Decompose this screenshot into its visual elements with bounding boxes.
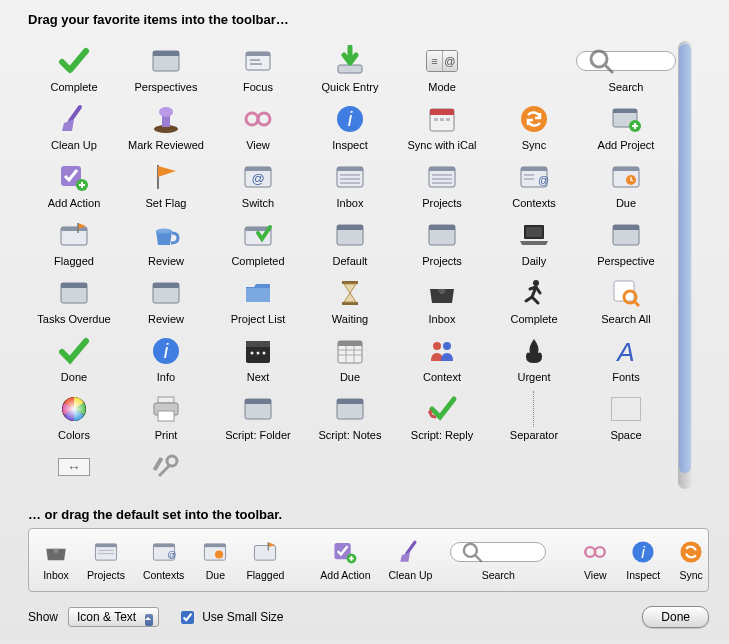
vertical-scrollbar[interactable] xyxy=(678,41,692,489)
svg-rect-35 xyxy=(429,167,455,171)
svg-point-72 xyxy=(257,352,260,355)
item-done[interactable]: Done xyxy=(28,335,120,383)
stamp-icon xyxy=(150,103,182,135)
item-search[interactable]: Search xyxy=(580,45,672,93)
item-inbox-2[interactable]: Inbox xyxy=(396,277,488,325)
item-switch[interactable]: @ Switch xyxy=(212,161,304,209)
item-complete[interactable]: Complete xyxy=(28,45,120,93)
item-view[interactable]: View xyxy=(212,103,304,151)
item-script-reply[interactable]: Script: Reply xyxy=(396,393,488,441)
info-icon: i xyxy=(334,103,366,135)
item-due[interactable]: Due xyxy=(580,161,672,209)
svg-rect-24 xyxy=(613,109,637,113)
use-small-size-checkbox[interactable] xyxy=(181,611,194,624)
default-add-action[interactable]: Add Action xyxy=(320,539,370,581)
item-projects[interactable]: Projects xyxy=(396,161,488,209)
item-daily[interactable]: Daily xyxy=(488,219,580,267)
svg-rect-85 xyxy=(245,399,271,404)
item-info[interactable]: i Info xyxy=(120,335,212,383)
item-flexible-space[interactable]: ↔ xyxy=(28,451,120,487)
flag-icon xyxy=(150,161,182,193)
tray-at-icon: @ xyxy=(518,161,550,193)
item-completed[interactable]: Completed xyxy=(212,219,304,267)
laptop-icon xyxy=(518,219,550,251)
item-perspective[interactable]: Perspective xyxy=(580,219,672,267)
item-tasks-overdue[interactable]: Tasks Overdue xyxy=(28,277,120,325)
item-quick-entry[interactable]: Quick Entry xyxy=(304,45,396,93)
svg-text:i: i xyxy=(348,108,353,130)
default-toolbar-set[interactable]: Inbox Projects @Contexts Due Flagged Add… xyxy=(28,528,709,592)
item-colors[interactable]: Colors xyxy=(28,393,120,441)
svg-rect-3 xyxy=(246,52,270,56)
item-flagged[interactable]: Flagged xyxy=(28,219,120,267)
tools-icon xyxy=(150,451,182,483)
item-sync[interactable]: Sync xyxy=(488,103,580,151)
default-flagged[interactable]: Flagged xyxy=(246,539,284,581)
item-script-notes[interactable]: Script: Notes xyxy=(304,393,396,441)
item-clean-up[interactable]: Clean Up xyxy=(28,103,120,151)
done-button[interactable]: Done xyxy=(642,606,709,628)
search-field-icon xyxy=(450,539,546,565)
item-due-2[interactable]: Due xyxy=(304,335,396,383)
item-fonts[interactable]: A Fonts xyxy=(580,335,672,383)
default-clean-up[interactable]: Clean Up xyxy=(389,539,433,581)
item-project-list[interactable]: Project List xyxy=(212,277,304,325)
item-separator[interactable]: Separator xyxy=(488,393,580,441)
item-add-project[interactable]: Add Project xyxy=(580,103,672,151)
item-sync-ical[interactable]: Sync with iCal xyxy=(396,103,488,151)
space-icon xyxy=(610,393,642,425)
svg-rect-89 xyxy=(153,457,163,471)
svg-point-71 xyxy=(251,352,254,355)
separator-icon xyxy=(518,393,550,425)
item-inspect[interactable]: i Inspect xyxy=(304,103,396,151)
item-add-action[interactable]: Add Action xyxy=(28,161,120,209)
calendar-icon xyxy=(426,103,458,135)
default-view[interactable]: View xyxy=(582,539,608,581)
svg-rect-21 xyxy=(446,118,450,121)
default-contexts[interactable]: @Contexts xyxy=(143,539,184,581)
svg-rect-93 xyxy=(153,544,174,547)
item-mark-reviewed[interactable]: Mark Reviewed xyxy=(120,103,212,151)
show-select[interactable]: Icon & Text xyxy=(68,610,159,624)
color-wheel-icon xyxy=(58,393,90,425)
default-inbox[interactable]: Inbox xyxy=(43,539,69,581)
default-sync[interactable]: Sync xyxy=(678,539,704,581)
svg-point-73 xyxy=(263,352,266,355)
instruction-top: Drag your favorite items into the toolba… xyxy=(28,12,709,27)
item-urgent[interactable]: Urgent xyxy=(488,335,580,383)
item-contexts[interactable]: @ Contexts xyxy=(488,161,580,209)
default-search[interactable]: Search xyxy=(450,539,546,581)
svg-point-12 xyxy=(246,113,258,125)
item-space[interactable]: Space xyxy=(580,393,672,441)
svg-rect-75 xyxy=(338,341,362,346)
window-icon xyxy=(334,393,366,425)
item-mode[interactable]: ≡@ Mode xyxy=(396,45,488,93)
svg-text:@: @ xyxy=(251,171,264,186)
download-arrow-icon xyxy=(334,45,366,77)
item-review-2[interactable]: Review xyxy=(120,277,212,325)
switch-icon: @ xyxy=(242,161,274,193)
item-projects-2[interactable]: Projects xyxy=(396,219,488,267)
svg-rect-18 xyxy=(430,109,454,115)
item-next[interactable]: Next xyxy=(212,335,304,383)
item-set-flag[interactable]: Set Flag xyxy=(120,161,212,209)
item-inbox[interactable]: Inbox xyxy=(304,161,396,209)
default-due[interactable]: Due xyxy=(202,539,228,581)
item-context[interactable]: Context xyxy=(396,335,488,383)
window-icon xyxy=(610,219,642,251)
item-script-folder[interactable]: Script: Folder xyxy=(212,393,304,441)
item-perspectives[interactable]: Perspectives xyxy=(120,45,212,93)
item-customize[interactable] xyxy=(120,451,212,487)
svg-point-76 xyxy=(433,342,441,350)
svg-point-105 xyxy=(595,547,605,557)
item-print[interactable]: Print xyxy=(120,393,212,441)
item-complete-2[interactable]: Complete xyxy=(488,277,580,325)
item-waiting[interactable]: Waiting xyxy=(304,277,396,325)
default-inspect[interactable]: iInspect xyxy=(626,539,660,581)
item-search-all[interactable]: Search All xyxy=(580,277,672,325)
default-projects[interactable]: Projects xyxy=(87,539,125,581)
item-focus[interactable]: Focus xyxy=(212,45,304,93)
item-default[interactable]: Default xyxy=(304,219,396,267)
instruction-bottom: … or drag the default set into the toolb… xyxy=(28,507,709,522)
item-review[interactable]: Review xyxy=(120,219,212,267)
